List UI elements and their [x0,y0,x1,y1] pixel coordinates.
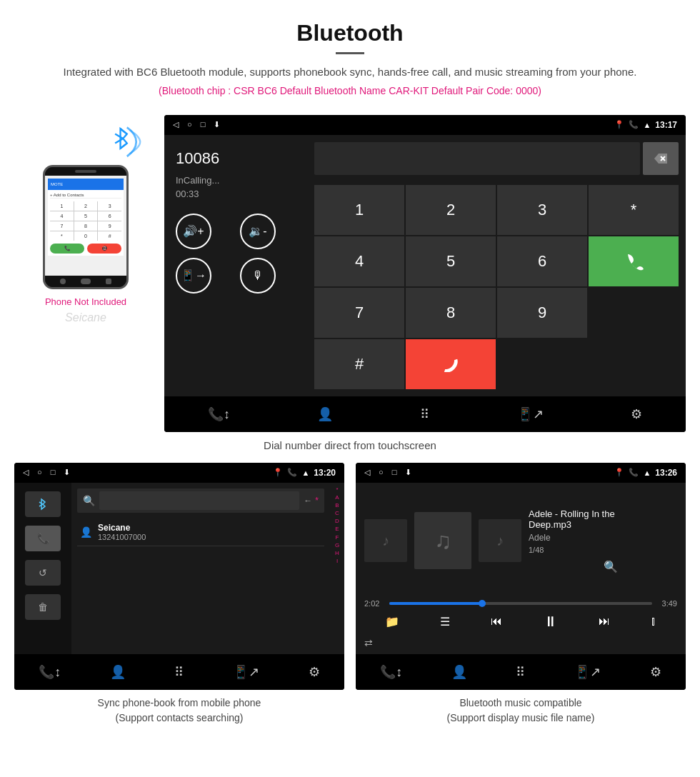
pb-nav-settings-icon[interactable]: ⚙ [309,664,320,680]
phone-key-2[interactable]: 2 [74,201,98,211]
music-search-button[interactable]: 🔍 [604,560,618,573]
pb-alpha-f[interactable]: F [336,533,339,541]
phone-key-3[interactable]: 3 [98,201,121,211]
bluetooth-icon [107,122,143,165]
pb-alpha-e[interactable]: E [335,525,339,533]
dial-key-5[interactable]: 5 [406,236,496,286]
pb-alpha-h[interactable]: H [335,549,339,557]
volume-up-button[interactable]: 🔊+ [176,214,211,249]
pb-asterisk: * [315,496,319,506]
music-nav-phone-icon[interactable]: 📞↕ [380,664,402,680]
music-time-current: 2:02 [364,599,379,608]
pb-search-bar[interactable] [99,491,299,510]
dial-key-3[interactable]: 3 [497,185,587,235]
volume-down-button[interactable]: 🔉- [240,214,276,249]
phone-key-1[interactable]: 1 [50,201,74,211]
caption-main: Dial number direct from touchscreen [0,439,700,451]
pb-nav-phone-icon[interactable]: 📞↕ [39,664,61,680]
mute-button[interactable]: 🎙 [240,258,276,294]
pb-nav-dialpad-icon[interactable]: ⠿ [174,664,184,680]
page-header: Bluetooth Integrated with BC6 Bluetooth … [0,0,700,115]
pb-call-button[interactable]: 📞 [25,526,61,551]
car-nav-bar-main: 📞↕ 👤 ⠿ 📱↗ ⚙ [164,396,686,432]
car-screen-main: ◁ ○ □ ⬇ 📍 📞 ▲ 13:17 10086 InCalling... 0 [164,115,686,432]
pb-back-arrow-icon: ← [304,496,312,506]
pb-alpha-i[interactable]: I [336,557,338,565]
phone-key-4[interactable]: 4 [50,211,74,221]
music-nav-dialpad-icon[interactable]: ⠿ [516,664,525,680]
nav-transfer-icon[interactable]: 📱↗ [517,406,544,422]
music-progress-bar[interactable] [389,602,651,605]
pb-delete-button[interactable]: 🗑 [25,594,61,620]
status-time: 13:17 [655,120,677,130]
dial-key-2[interactable]: 2 [406,185,496,235]
music-home-icon: ○ [379,468,384,477]
phone-key-7[interactable]: 7 [50,221,74,231]
nav-settings-icon[interactable]: ⚙ [631,406,642,422]
clear-button[interactable] [643,142,679,175]
music-time: 13:26 [655,468,677,478]
phone-key-0[interactable]: 0 [74,231,98,241]
nav-phone-icon[interactable]: 📞↕ [208,406,230,422]
pb-caption-line1: Sync phone-book from mobile phone [98,697,261,708]
dial-key-star[interactable]: * [589,185,679,235]
music-nav-transfer-icon[interactable]: 📱↗ [574,664,601,680]
pb-alpha-b[interactable]: B [335,501,339,509]
dial-key-8[interactable]: 8 [406,288,496,338]
call-signal-icon: 📞 [629,120,639,129]
pb-contact-row[interactable]: 👤 Seicane 13241007000 [77,518,324,546]
page-title: Bluetooth [14,20,686,46]
location-icon: 📍 [614,120,624,129]
phone-key-6[interactable]: 6 [98,211,121,221]
music-nav-settings-icon[interactable]: ⚙ [650,664,661,680]
play-pause-button[interactable]: ⏸ [544,613,558,630]
dial-key-6[interactable]: 6 [497,236,587,286]
dialpad-area: 1 2 3 * 4 5 6 7 8 [307,135,686,396]
nav-contacts-icon[interactable]: 👤 [317,406,333,422]
music-ui: ♪ ♫ ♪ Adele - Rolling In the Deep.mp3 [356,483,686,654]
dial-key-hash[interactable]: # [314,339,404,389]
pb-nav-transfer-icon[interactable]: 📱↗ [233,664,259,680]
album-art-side-left: ♪ [364,519,407,562]
pb-nav-contacts-icon[interactable]: 👤 [110,664,126,680]
music-note-icon-side-left: ♪ [382,533,389,549]
music-nav-contacts-icon[interactable]: 👤 [451,664,467,680]
status-left-icons: ◁ ○ □ ⬇ [173,120,220,129]
pb-alpha-g[interactable]: G [335,541,339,549]
folder-browse-button[interactable]: 📁 [385,615,399,628]
transfer-button[interactable]: 📱→ [176,258,211,294]
phone-key-star[interactable]: * [50,231,74,241]
music-info: Adele - Rolling In the Deep.mp3 Adele 1/… [529,508,618,554]
phone-key-9[interactable]: 9 [98,221,121,231]
next-track-button[interactable]: ⏭ [599,615,610,628]
dial-key-4[interactable]: 4 [314,236,404,286]
call-number: 10086 [176,149,296,168]
pb-contact-info: Seicane 13241007000 [98,523,146,541]
car-screen-phonebook: ◁ ○ □ ⬇ 📍 📞 ▲ 13:20 [14,463,344,690]
hangup-icon [441,356,461,372]
phone-key-hash[interactable]: # [98,231,121,241]
pb-alpha-star[interactable]: * [336,486,338,493]
nav-home-icon: ○ [187,120,192,129]
backspace-icon [653,152,669,165]
phone-key-5[interactable]: 5 [74,211,98,221]
playlist-button[interactable]: ☰ [440,615,450,628]
equalizer-button[interactable]: ⫿ [651,615,656,628]
dial-key-9[interactable]: 9 [497,288,587,338]
pb-alpha-c[interactable]: C [335,509,339,517]
pb-location-icon: 📍 [273,468,283,477]
phone-key-8[interactable]: 8 [74,221,98,231]
shuffle-button[interactable]: ⇄ [364,637,373,648]
pb-alpha-a[interactable]: A [335,493,339,501]
pb-bt-button[interactable] [25,491,61,517]
pb-sync-button[interactable]: ↺ [25,560,61,586]
music-note-icon-main: ♫ [434,528,451,554]
hangup-button[interactable] [406,339,496,389]
nav-dialpad-icon[interactable]: ⠿ [420,406,429,422]
dial-key-7[interactable]: 7 [314,288,404,338]
prev-track-button[interactable]: ⏮ [491,615,502,628]
dial-key-1[interactable]: 1 [314,185,404,235]
answer-button[interactable] [589,236,679,286]
pb-contact-number: 13241007000 [98,533,146,541]
pb-alpha-d[interactable]: D [335,517,339,525]
